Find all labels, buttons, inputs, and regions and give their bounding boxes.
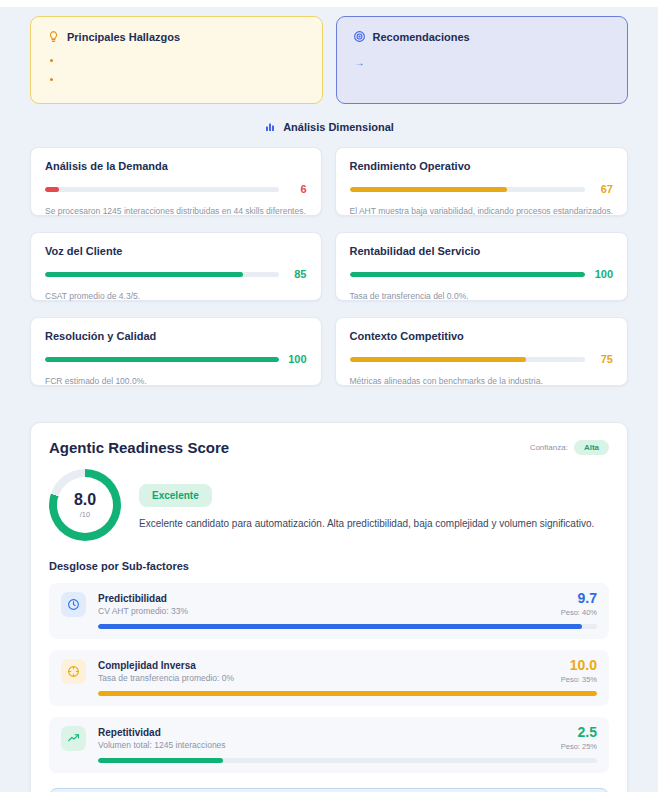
dimension-title: Resolución y Calidad (45, 330, 307, 342)
gauge-icon (61, 659, 86, 684)
gauge-score: 8.0 (74, 492, 96, 508)
dimension-score: 75 (593, 353, 613, 365)
section-title: Análisis Dimensional (283, 121, 394, 133)
dimension-grid: Análisis de la Demanda 6 Se procesaron 1… (30, 147, 628, 386)
agentic-readiness-card: Agentic Readiness Score Confianza: Alta … (30, 422, 628, 792)
section-header: Análisis Dimensional (0, 121, 658, 133)
dimension-score: 100 (593, 268, 613, 280)
subfactor-score: 9.7 (561, 591, 597, 605)
finding-bullet (50, 59, 53, 62)
progress-track (350, 187, 586, 192)
subfactor-score: 2.5 (561, 725, 597, 739)
dimension-card-demanda: Análisis de la Demanda 6 Se procesaron 1… (30, 147, 322, 216)
subfactor-detail: CV AHT promedio: 33% (98, 606, 561, 616)
confidence-badge: Alta (574, 440, 609, 455)
top-strip (0, 0, 658, 7)
subfactor-fill (98, 691, 597, 696)
subfactor-name: Predictibilidad (98, 593, 561, 604)
dimension-score: 67 (593, 183, 613, 195)
breakdown-title: Desglose por Sub-factores (49, 560, 609, 572)
subfactor-fill (98, 758, 223, 763)
dimension-description: CSAT promedio de 4.3/5. (45, 291, 307, 301)
progress-track (45, 187, 279, 192)
progress-track (350, 357, 586, 362)
subfactor-name: Repetitividad (98, 727, 561, 738)
subfactor-track (98, 758, 597, 763)
readiness-gauge: 8.0 /10 (49, 469, 121, 541)
subfactor-detail: Volumen total: 1245 interacciones (98, 740, 561, 750)
findings-card: Principales Hallazgos (30, 16, 323, 104)
progress-track (350, 272, 586, 277)
subfactor-weight: Peso: 35% (561, 675, 597, 684)
subfactor-weight: Peso: 25% (561, 742, 597, 751)
dimension-card-rentabilidad: Rentabilidad del Servicio 100 Tasa de tr… (335, 232, 629, 301)
ars-description: Excelente candidato para automatización.… (139, 518, 594, 529)
dimension-title: Voz del Cliente (45, 245, 307, 257)
finding-bullet (50, 78, 53, 81)
clock-icon (61, 592, 86, 617)
dimension-title: Rendimiento Operativo (350, 160, 614, 172)
dimension-card-voz-cliente: Voz del Cliente 85 CSAT promedio de 4.3/… (30, 232, 322, 301)
findings-title: Principales Hallazgos (67, 31, 180, 43)
subfactor-repetitividad: Repetitividad Volumen total: 1245 intera… (49, 717, 609, 773)
dimension-description: Se procesaron 1245 interacciones distrib… (45, 206, 307, 216)
dimension-title: Contexto Competitivo (350, 330, 614, 342)
rating-badge: Excelente (139, 484, 212, 507)
dimension-card-rendimiento: Rendimiento Operativo 67 El AHT muestra … (335, 147, 629, 216)
progress-fill (45, 187, 59, 192)
progress-fill (45, 272, 243, 277)
progress-track (45, 357, 279, 362)
ars-title: Agentic Readiness Score (49, 439, 229, 456)
confidence-label: Confianza: (530, 443, 568, 452)
subfactor-detail: Tasa de transferencia promedio: 0% (98, 673, 561, 683)
dimension-description: FCR estimado del 100.0%. (45, 376, 307, 386)
subfactor-fill (98, 624, 582, 629)
dimension-score: 6 (287, 183, 307, 195)
dimension-score: 100 (287, 353, 307, 365)
target-icon (353, 30, 366, 43)
subfactor-predictibilidad: Predictibilidad CV AHT promedio: 33% 9.7… (49, 583, 609, 639)
note-box: Nota: El Agentic Readiness Score evalúa … (49, 788, 609, 792)
subfactor-score: 10.0 (561, 658, 597, 672)
subfactor-name: Complejidad Inversa (98, 660, 561, 671)
dimension-card-contexto: Contexto Competitivo 75 Métricas alinead… (335, 317, 629, 386)
dimension-title: Rentabilidad del Servicio (350, 245, 614, 257)
recommendations-title: Recomendaciones (373, 31, 470, 43)
lightbulb-icon (47, 30, 60, 43)
trend-up-icon (61, 726, 86, 751)
subfactor-weight: Peso: 40% (561, 608, 597, 617)
dimension-card-resolucion: Resolución y Calidad 100 FCR estimado de… (30, 317, 322, 386)
recommendations-card: Recomendaciones → (336, 16, 629, 104)
dimension-description: El AHT muestra baja variabilidad, indica… (350, 206, 614, 216)
subfactor-track (98, 624, 597, 629)
progress-track (45, 272, 279, 277)
summary-cards: Principales Hallazgos Recomendaciones → (30, 16, 628, 104)
dimension-description: Tasa de transferencia del 0.0%. (350, 291, 614, 301)
subfactor-track (98, 691, 597, 696)
subfactor-complejidad: Complejidad Inversa Tasa de transferenci… (49, 650, 609, 706)
bar-chart-icon (264, 121, 276, 133)
progress-fill (350, 187, 508, 192)
dimension-description: Métricas alineadas con benchmarks de la … (350, 376, 614, 386)
recommendation-item: → (355, 57, 612, 68)
dimension-title: Análisis de la Demanda (45, 160, 307, 172)
gauge-denominator: /10 (80, 510, 90, 519)
dimension-score: 85 (287, 268, 307, 280)
progress-fill (45, 357, 279, 362)
progress-fill (350, 272, 586, 277)
progress-fill (350, 357, 527, 362)
